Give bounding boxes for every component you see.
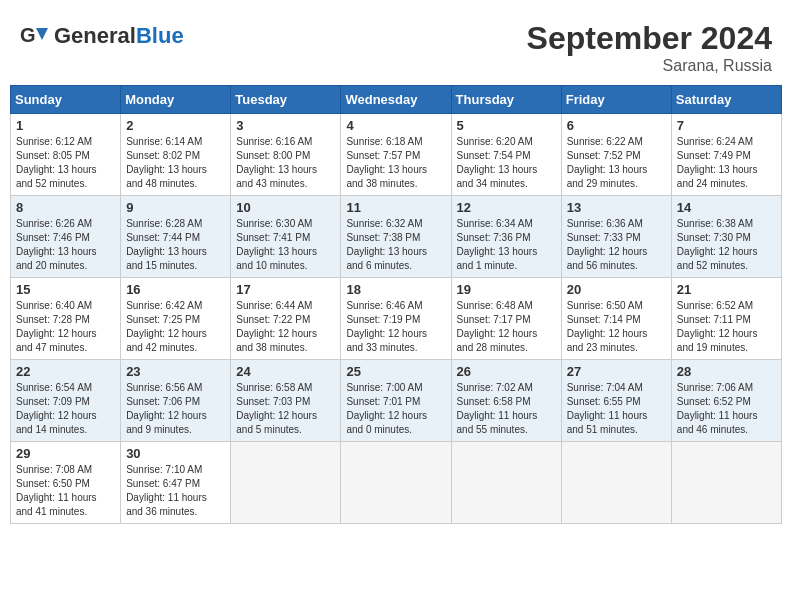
day-number: 10 [236, 200, 335, 215]
day-detail: Sunrise: 6:38 AM Sunset: 7:30 PM Dayligh… [677, 217, 776, 273]
calendar-location: Sarana, Russia [527, 57, 772, 75]
calendar-day-7: 7Sunrise: 6:24 AM Sunset: 7:49 PM Daylig… [671, 114, 781, 196]
calendar-day-24: 24Sunrise: 6:58 AM Sunset: 7:03 PM Dayli… [231, 360, 341, 442]
day-number: 15 [16, 282, 115, 297]
day-detail: Sunrise: 6:16 AM Sunset: 8:00 PM Dayligh… [236, 135, 335, 191]
logo: G GeneralBlue [20, 20, 184, 52]
day-number: 5 [457, 118, 556, 133]
day-number: 16 [126, 282, 225, 297]
day-detail: Sunrise: 6:34 AM Sunset: 7:36 PM Dayligh… [457, 217, 556, 273]
calendar-day-3: 3Sunrise: 6:16 AM Sunset: 8:00 PM Daylig… [231, 114, 341, 196]
day-detail: Sunrise: 6:44 AM Sunset: 7:22 PM Dayligh… [236, 299, 335, 355]
day-number: 4 [346, 118, 445, 133]
calendar-day-28: 28Sunrise: 7:06 AM Sunset: 6:52 PM Dayli… [671, 360, 781, 442]
calendar-day-empty [671, 442, 781, 524]
calendar-day-empty [341, 442, 451, 524]
calendar-day-16: 16Sunrise: 6:42 AM Sunset: 7:25 PM Dayli… [121, 278, 231, 360]
day-number: 27 [567, 364, 666, 379]
day-detail: Sunrise: 6:32 AM Sunset: 7:38 PM Dayligh… [346, 217, 445, 273]
day-detail: Sunrise: 6:26 AM Sunset: 7:46 PM Dayligh… [16, 217, 115, 273]
calendar-day-empty [231, 442, 341, 524]
calendar-week-row: 22Sunrise: 6:54 AM Sunset: 7:09 PM Dayli… [11, 360, 782, 442]
day-number: 19 [457, 282, 556, 297]
day-detail: Sunrise: 6:42 AM Sunset: 7:25 PM Dayligh… [126, 299, 225, 355]
calendar-week-row: 15Sunrise: 6:40 AM Sunset: 7:28 PM Dayli… [11, 278, 782, 360]
calendar-day-26: 26Sunrise: 7:02 AM Sunset: 6:58 PM Dayli… [451, 360, 561, 442]
logo-icon: G [20, 20, 52, 52]
logo-general-text: General [54, 23, 136, 49]
day-detail: Sunrise: 6:40 AM Sunset: 7:28 PM Dayligh… [16, 299, 115, 355]
header-thursday: Thursday [451, 86, 561, 114]
header-sunday: Sunday [11, 86, 121, 114]
day-number: 8 [16, 200, 115, 215]
day-number: 11 [346, 200, 445, 215]
day-detail: Sunrise: 6:18 AM Sunset: 7:57 PM Dayligh… [346, 135, 445, 191]
day-detail: Sunrise: 6:36 AM Sunset: 7:33 PM Dayligh… [567, 217, 666, 273]
calendar-day-10: 10Sunrise: 6:30 AM Sunset: 7:41 PM Dayli… [231, 196, 341, 278]
day-number: 28 [677, 364, 776, 379]
day-number: 9 [126, 200, 225, 215]
day-detail: Sunrise: 6:50 AM Sunset: 7:14 PM Dayligh… [567, 299, 666, 355]
day-number: 20 [567, 282, 666, 297]
day-detail: Sunrise: 6:58 AM Sunset: 7:03 PM Dayligh… [236, 381, 335, 437]
day-number: 23 [126, 364, 225, 379]
day-detail: Sunrise: 6:52 AM Sunset: 7:11 PM Dayligh… [677, 299, 776, 355]
day-number: 24 [236, 364, 335, 379]
calendar-week-row: 1Sunrise: 6:12 AM Sunset: 8:05 PM Daylig… [11, 114, 782, 196]
calendar-day-18: 18Sunrise: 6:46 AM Sunset: 7:19 PM Dayli… [341, 278, 451, 360]
day-number: 12 [457, 200, 556, 215]
svg-marker-1 [36, 28, 48, 40]
calendar-day-8: 8Sunrise: 6:26 AM Sunset: 7:46 PM Daylig… [11, 196, 121, 278]
day-number: 18 [346, 282, 445, 297]
calendar-day-12: 12Sunrise: 6:34 AM Sunset: 7:36 PM Dayli… [451, 196, 561, 278]
day-detail: Sunrise: 7:06 AM Sunset: 6:52 PM Dayligh… [677, 381, 776, 437]
day-number: 6 [567, 118, 666, 133]
calendar-day-17: 17Sunrise: 6:44 AM Sunset: 7:22 PM Dayli… [231, 278, 341, 360]
day-detail: Sunrise: 6:14 AM Sunset: 8:02 PM Dayligh… [126, 135, 225, 191]
calendar-table: SundayMondayTuesdayWednesdayThursdayFrid… [10, 85, 782, 524]
calendar-day-9: 9Sunrise: 6:28 AM Sunset: 7:44 PM Daylig… [121, 196, 231, 278]
calendar-day-21: 21Sunrise: 6:52 AM Sunset: 7:11 PM Dayli… [671, 278, 781, 360]
logo-blue-text: Blue [136, 23, 184, 49]
calendar-day-6: 6Sunrise: 6:22 AM Sunset: 7:52 PM Daylig… [561, 114, 671, 196]
calendar-day-empty [561, 442, 671, 524]
calendar-day-11: 11Sunrise: 6:32 AM Sunset: 7:38 PM Dayli… [341, 196, 451, 278]
calendar-day-empty [451, 442, 561, 524]
day-detail: Sunrise: 6:56 AM Sunset: 7:06 PM Dayligh… [126, 381, 225, 437]
day-detail: Sunrise: 6:54 AM Sunset: 7:09 PM Dayligh… [16, 381, 115, 437]
header-friday: Friday [561, 86, 671, 114]
day-number: 13 [567, 200, 666, 215]
day-detail: Sunrise: 6:12 AM Sunset: 8:05 PM Dayligh… [16, 135, 115, 191]
day-detail: Sunrise: 6:48 AM Sunset: 7:17 PM Dayligh… [457, 299, 556, 355]
calendar-day-19: 19Sunrise: 6:48 AM Sunset: 7:17 PM Dayli… [451, 278, 561, 360]
calendar-day-23: 23Sunrise: 6:56 AM Sunset: 7:06 PM Dayli… [121, 360, 231, 442]
calendar-day-29: 29Sunrise: 7:08 AM Sunset: 6:50 PM Dayli… [11, 442, 121, 524]
day-detail: Sunrise: 7:00 AM Sunset: 7:01 PM Dayligh… [346, 381, 445, 437]
calendar-day-13: 13Sunrise: 6:36 AM Sunset: 7:33 PM Dayli… [561, 196, 671, 278]
day-number: 26 [457, 364, 556, 379]
calendar-title: September 2024 [527, 20, 772, 57]
calendar-week-row: 29Sunrise: 7:08 AM Sunset: 6:50 PM Dayli… [11, 442, 782, 524]
calendar-day-30: 30Sunrise: 7:10 AM Sunset: 6:47 PM Dayli… [121, 442, 231, 524]
day-detail: Sunrise: 6:28 AM Sunset: 7:44 PM Dayligh… [126, 217, 225, 273]
calendar-day-2: 2Sunrise: 6:14 AM Sunset: 8:02 PM Daylig… [121, 114, 231, 196]
day-detail: Sunrise: 7:02 AM Sunset: 6:58 PM Dayligh… [457, 381, 556, 437]
day-number: 14 [677, 200, 776, 215]
day-detail: Sunrise: 7:04 AM Sunset: 6:55 PM Dayligh… [567, 381, 666, 437]
calendar-day-14: 14Sunrise: 6:38 AM Sunset: 7:30 PM Dayli… [671, 196, 781, 278]
calendar-day-5: 5Sunrise: 6:20 AM Sunset: 7:54 PM Daylig… [451, 114, 561, 196]
day-detail: Sunrise: 6:24 AM Sunset: 7:49 PM Dayligh… [677, 135, 776, 191]
svg-text:G: G [20, 24, 36, 46]
title-block: September 2024 Sarana, Russia [527, 20, 772, 75]
calendar-day-20: 20Sunrise: 6:50 AM Sunset: 7:14 PM Dayli… [561, 278, 671, 360]
day-number: 21 [677, 282, 776, 297]
day-number: 7 [677, 118, 776, 133]
day-number: 2 [126, 118, 225, 133]
day-number: 1 [16, 118, 115, 133]
calendar-day-22: 22Sunrise: 6:54 AM Sunset: 7:09 PM Dayli… [11, 360, 121, 442]
calendar-week-row: 8Sunrise: 6:26 AM Sunset: 7:46 PM Daylig… [11, 196, 782, 278]
calendar-day-27: 27Sunrise: 7:04 AM Sunset: 6:55 PM Dayli… [561, 360, 671, 442]
day-number: 3 [236, 118, 335, 133]
day-number: 22 [16, 364, 115, 379]
header-monday: Monday [121, 86, 231, 114]
